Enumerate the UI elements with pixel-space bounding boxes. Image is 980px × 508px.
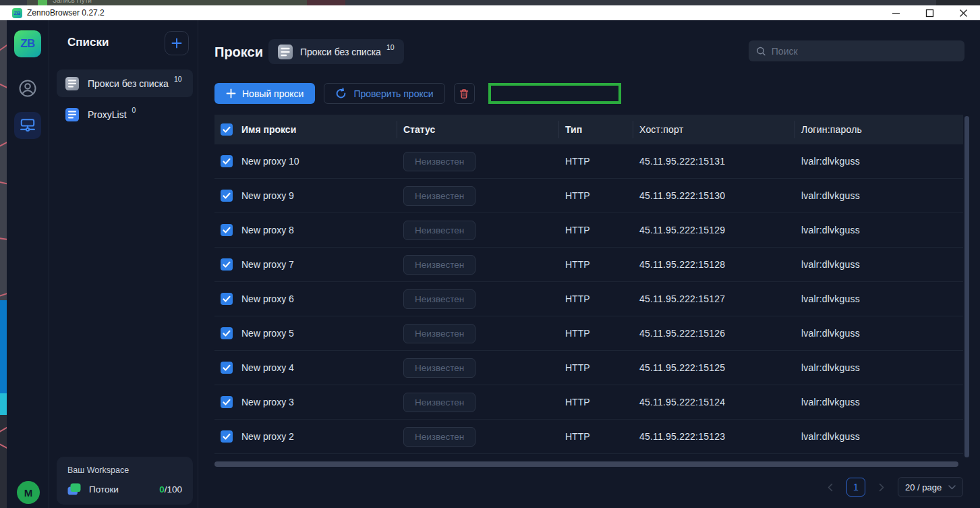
table-row[interactable]: New proxy 3 Неизвестен HTTP 45.11.95.222… bbox=[214, 385, 963, 420]
maximize-button[interactable] bbox=[913, 5, 946, 20]
profiles-nav-button[interactable] bbox=[18, 78, 38, 98]
background-strip-red-segment bbox=[307, 0, 345, 5]
table-row[interactable]: New proxy 5 Неизвестен HTTP 45.11.95.222… bbox=[214, 316, 963, 351]
status-badge: Неизвестен bbox=[403, 221, 475, 240]
close-button[interactable] bbox=[946, 5, 980, 20]
proxy-type: HTTP bbox=[558, 213, 633, 247]
proxy-type: HTTP bbox=[558, 316, 633, 350]
delete-proxies-button[interactable] bbox=[454, 83, 475, 104]
proxy-type: HTTP bbox=[558, 179, 633, 213]
row-checkbox[interactable] bbox=[221, 293, 233, 305]
proxy-host: 45.11.95.222:15125 bbox=[633, 351, 795, 385]
plus-icon bbox=[226, 88, 236, 98]
proxy-login: lvalr:dlvkguss bbox=[795, 248, 963, 281]
status-badge: Неизвестен bbox=[403, 152, 475, 171]
user-avatar[interactable]: M bbox=[17, 481, 40, 504]
workspace-card: Ваш Workspace Потоки 0/100 bbox=[57, 457, 193, 505]
column-header-type: Тип bbox=[558, 115, 633, 144]
table-row[interactable]: New proxy 9 Неизвестен HTTP 45.11.95.222… bbox=[214, 179, 963, 213]
row-checkbox[interactable] bbox=[221, 327, 233, 339]
proxy-type: HTTP bbox=[558, 282, 633, 316]
checkbox-checked-icon bbox=[221, 362, 233, 374]
checkbox-checked-icon bbox=[221, 327, 233, 339]
proxies-table: Имя прокси Статус Тип Хост:порт Логин:па… bbox=[214, 115, 963, 454]
proxies-nav-button[interactable] bbox=[14, 112, 41, 139]
toolbar: Новый прокси Проверить прокси bbox=[214, 83, 621, 104]
window-title: ZennoBrowser 0.27.2 bbox=[27, 8, 105, 18]
app-logo-icon: ZB bbox=[12, 8, 22, 18]
proxy-host: 45.11.95.222:15126 bbox=[633, 316, 795, 350]
background-pink-line bbox=[0, 44, 7, 51]
vertical-scrollbar[interactable] bbox=[964, 116, 969, 457]
add-list-button[interactable] bbox=[165, 31, 189, 55]
proxy-host: 45.11.95.222:15128 bbox=[633, 248, 795, 281]
background-window-tab-text: Запись Пути bbox=[53, 0, 92, 4]
check-proxy-label: Проверить прокси bbox=[353, 88, 433, 99]
checkbox-checked-icon bbox=[221, 396, 233, 408]
workspace-title: Ваш Workspace bbox=[67, 465, 182, 475]
sidebar-item-count: 10 bbox=[174, 75, 182, 83]
proxy-type: HTTP bbox=[558, 351, 633, 385]
checkbox-checked-icon bbox=[221, 258, 233, 271]
select-all-checkbox[interactable] bbox=[221, 123, 233, 136]
window-titlebar: ZB ZennoBrowser 0.27.2 bbox=[0, 5, 980, 20]
row-checkbox[interactable] bbox=[221, 224, 233, 236]
sidebar-item-count: 0 bbox=[132, 106, 136, 114]
proxy-login: lvalr:dlvkguss bbox=[795, 179, 963, 213]
close-icon bbox=[959, 9, 968, 18]
proxy-host: 45.11.95.222:15131 bbox=[633, 144, 795, 178]
background-pink-line bbox=[0, 141, 7, 148]
new-proxy-button[interactable]: Новый прокси bbox=[214, 83, 315, 104]
table-row[interactable]: New proxy 2 Неизвестен HTTP 45.11.95.222… bbox=[214, 420, 963, 454]
table-row[interactable]: New proxy 10 Неизвестен HTTP 45.11.95.22… bbox=[214, 144, 963, 179]
column-header-login: Логин:пароль bbox=[795, 115, 963, 144]
proxy-login: lvalr:dlvkguss bbox=[795, 420, 963, 453]
row-checkbox[interactable] bbox=[221, 258, 233, 271]
proxy-name: New proxy 9 bbox=[241, 190, 294, 201]
table-row[interactable]: New proxy 4 Неизвестен HTTP 45.11.95.222… bbox=[214, 351, 963, 385]
check-proxy-button[interactable]: Проверить прокси bbox=[324, 83, 444, 104]
page-number-button[interactable]: 1 bbox=[846, 478, 865, 497]
proxy-login: lvalr:dlvkguss bbox=[795, 282, 963, 316]
row-checkbox[interactable] bbox=[221, 362, 233, 374]
proxy-server-icon bbox=[19, 117, 36, 134]
table-row[interactable]: New proxy 7 Неизвестен HTTP 45.11.95.222… bbox=[214, 248, 963, 282]
background-pink-line bbox=[0, 181, 7, 184]
status-badge: Неизвестен bbox=[403, 255, 475, 275]
proxy-login: lvalr:dlvkguss bbox=[795, 144, 963, 178]
horizontal-scrollbar[interactable] bbox=[214, 461, 958, 467]
row-checkbox[interactable] bbox=[221, 430, 233, 443]
checkbox-checked-icon bbox=[221, 224, 233, 236]
minimize-icon bbox=[892, 9, 900, 18]
background-strip-dark-segment bbox=[936, 0, 980, 5]
chevron-right-icon bbox=[879, 483, 884, 492]
threads-used: 0 bbox=[159, 484, 165, 495]
chip-count: 10 bbox=[386, 43, 395, 51]
checkbox-checked-icon bbox=[221, 155, 233, 167]
prev-page-button[interactable] bbox=[824, 478, 837, 497]
background-pink-line bbox=[0, 237, 7, 240]
row-checkbox[interactable] bbox=[221, 155, 233, 167]
background-blue-segment bbox=[0, 300, 7, 393]
sidebar-item-proxies-without-list[interactable]: Прокси без списка 10 bbox=[57, 69, 193, 97]
app-window: ZB M Списки bbox=[7, 20, 980, 508]
row-checkbox[interactable] bbox=[221, 190, 233, 202]
column-header-host: Хост:порт bbox=[633, 115, 795, 144]
minimize-button[interactable] bbox=[879, 5, 913, 20]
table-row[interactable]: New proxy 8 Неизвестен HTTP 45.11.95.222… bbox=[214, 213, 963, 248]
proxy-name: New proxy 10 bbox=[241, 156, 299, 167]
zb-logo[interactable]: ZB bbox=[14, 30, 41, 57]
checkbox-checked-icon bbox=[221, 293, 233, 305]
page-size-select[interactable]: 20 / page bbox=[898, 477, 963, 497]
table-row[interactable]: New proxy 6 Неизвестен HTTP 45.11.95.222… bbox=[214, 282, 963, 316]
active-list-chip[interactable]: Прокси без списка 10 bbox=[268, 39, 404, 64]
proxy-name: New proxy 5 bbox=[241, 328, 294, 339]
row-checkbox[interactable] bbox=[221, 396, 233, 408]
column-header-status: Статус bbox=[397, 115, 558, 144]
chip-label: Прокси без списка bbox=[300, 47, 381, 57]
next-page-button[interactable] bbox=[875, 478, 888, 497]
checkbox-checked-icon bbox=[221, 430, 233, 443]
sidebar-item-proxylist[interactable]: ProxyList 0 bbox=[57, 101, 193, 128]
search-input[interactable] bbox=[772, 46, 957, 57]
proxy-host: 45.11.95.222:15130 bbox=[633, 179, 795, 213]
